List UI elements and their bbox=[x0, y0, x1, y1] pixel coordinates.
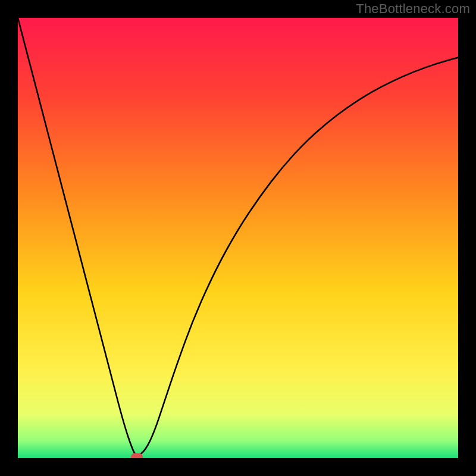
chart-frame: TheBottleneck.com bbox=[0, 0, 476, 476]
bottleneck-curve bbox=[18, 18, 458, 455]
watermark-text: TheBottleneck.com bbox=[356, 1, 470, 17]
curve-layer bbox=[18, 18, 458, 458]
min-marker bbox=[131, 453, 143, 458]
plot-area bbox=[18, 18, 458, 458]
